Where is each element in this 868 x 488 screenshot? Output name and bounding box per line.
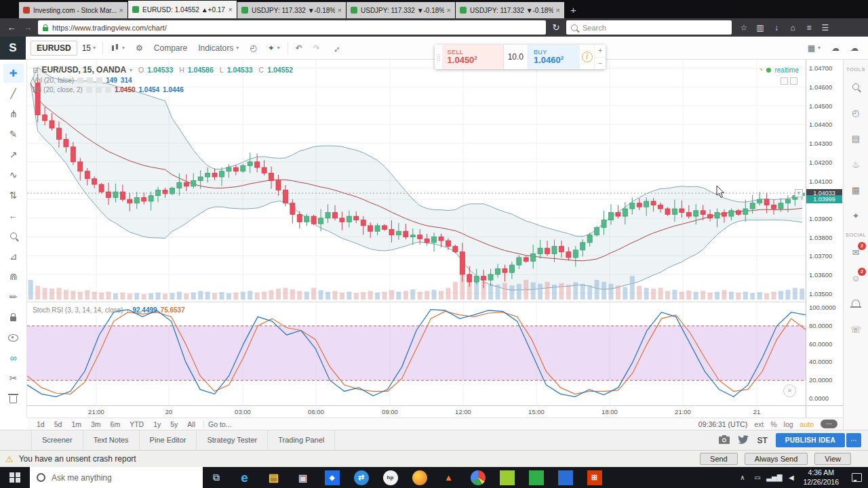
main-chart-pane[interactable]: ⊟ EUR/USD, 15, OANDA ▾ O 1.04533 H 1.045…	[27, 60, 806, 302]
taskbar-app-chrome[interactable]	[463, 467, 492, 488]
forward-button[interactable]: →	[22, 22, 34, 33]
economic-calendar-button[interactable]: ▦	[847, 181, 865, 199]
cloud-save-button[interactable]: ☁	[826, 37, 845, 60]
taskbar-app-edge[interactable]: e	[230, 467, 259, 488]
more-options-button[interactable]: ⋯	[821, 420, 837, 428]
range-6m-button[interactable]: 6m	[106, 420, 125, 428]
view-button[interactable]: View	[814, 453, 851, 465]
taskbar-app-app-lime[interactable]	[492, 467, 521, 488]
browser-tab[interactable]: USDJPY: 117.332 ▼-0.18%...×	[456, 2, 564, 18]
private-chats-button[interactable]: ✉2	[847, 243, 865, 261]
network-icon[interactable]: ▃▅▇	[766, 474, 782, 481]
percent-toggle[interactable]: %	[770, 420, 776, 428]
footer-tab-strategy-tester[interactable]: Strategy Tester	[197, 430, 268, 450]
layout-button[interactable]: ▦ ▾	[802, 37, 826, 60]
range-3m-button[interactable]: 3m	[87, 420, 105, 428]
footer-tab-pine-editor[interactable]: Pine Editor	[140, 430, 197, 450]
support-button[interactable]: ☏	[847, 321, 865, 338]
tray-expand-icon[interactable]: ∧	[736, 474, 748, 481]
action-center-button[interactable]	[845, 467, 868, 488]
indicator-eye-button[interactable]	[77, 77, 83, 83]
publish-idea-button[interactable]: PUBLISH IDEA	[776, 433, 845, 447]
browser-tab[interactable]: USDJPY: 117.332 ▼-0.18%...×	[347, 2, 455, 18]
browser-search-bar[interactable]: Search	[566, 20, 732, 35]
bookmark-star-button[interactable]: ☆	[737, 23, 751, 33]
home-button[interactable]: ⌂	[786, 23, 800, 33]
hide-drawings-tool[interactable]	[3, 328, 24, 347]
log-toggle[interactable]: log	[784, 420, 793, 428]
library-button[interactable]: ▥	[753, 23, 767, 33]
range-1d-button[interactable]: 1d	[33, 420, 49, 428]
chart-settings-button[interactable]: ⚙	[130, 37, 149, 60]
taskbar-app-firefox[interactable]	[405, 467, 434, 488]
indicator-eye-button[interactable]	[86, 87, 92, 93]
auto-toggle[interactable]: auto	[800, 420, 814, 428]
cortana-search-box[interactable]: Ask me anything	[30, 467, 203, 488]
task-view-button[interactable]: ⧉	[203, 467, 230, 488]
tab-close-button[interactable]: ×	[338, 6, 342, 14]
stoch-rsi-pane[interactable]: Stoch RSI (3, 3, 14, 14, close) ▾ 92.449…	[27, 302, 806, 405]
trash-tool[interactable]	[3, 389, 24, 408]
public-chats-button[interactable]: ☺2	[847, 269, 865, 287]
stepper-plus-button[interactable]: +	[595, 45, 606, 58]
taskbar-app-app-orange[interactable]: ⊞	[580, 467, 609, 488]
hotlists-button[interactable]: ♨	[847, 155, 865, 173]
tab-close-button[interactable]: ×	[119, 6, 123, 14]
collapse-legend-icon[interactable]: ⊟	[33, 66, 38, 74]
drag-handle[interactable]: ⣿	[435, 45, 442, 69]
snapshot-camera-button[interactable]	[719, 434, 730, 447]
taskbar-app-hp[interactable]: hp	[376, 467, 405, 488]
cloud-load-button[interactable]: ☁	[845, 37, 864, 60]
zoom-in-tool[interactable]	[3, 226, 24, 245]
browser-tab[interactable]: Investing.com - Stock Mar...×	[19, 2, 127, 18]
ideas-button[interactable]: ✦ ▾	[262, 37, 285, 60]
taskbar-app-app-blue2[interactable]	[551, 467, 580, 488]
send-button[interactable]: Send	[700, 453, 738, 465]
redo-button[interactable]: ↷	[308, 37, 326, 60]
collapse-pane-button[interactable]: »	[783, 384, 796, 397]
footer-tab-screener[interactable]: Screener	[31, 430, 83, 450]
downloads-button[interactable]: ↓	[770, 23, 783, 33]
taskbar-app-file-explorer[interactable]: ▤	[259, 467, 288, 488]
stocktwits-toggle[interactable]: ST	[757, 436, 767, 445]
back-button[interactable]: ←	[5, 22, 18, 33]
price-chart[interactable]	[27, 60, 806, 302]
indicator-settings-button[interactable]	[96, 87, 102, 93]
delayed-clock-icon[interactable]: ◔	[758, 65, 763, 75]
alerts-button[interactable]: ◴	[847, 104, 865, 121]
indicators-button[interactable]: Indicators ▾	[193, 37, 244, 60]
start-button[interactable]	[0, 467, 30, 488]
indicator-settings-button[interactable]	[87, 77, 93, 83]
news-button[interactable]: ▤	[847, 129, 865, 147]
magnet-tool[interactable]: ⋒	[3, 267, 24, 286]
ext-toggle[interactable]: ext	[754, 420, 764, 428]
always-send-button[interactable]: Always Send	[745, 453, 808, 465]
reload-button[interactable]: ↻	[550, 22, 562, 33]
utc-clock[interactable]: 09:36:31 (UTC)	[698, 420, 747, 428]
sell-button[interactable]: SELL 1.04502	[442, 45, 503, 69]
indicator-close-button[interactable]	[105, 87, 111, 93]
annotation-arrow-tool[interactable]: ←	[3, 206, 24, 225]
interval-button[interactable]: 15 ▾	[77, 43, 100, 53]
stoch-rsi-chart[interactable]	[27, 302, 806, 405]
footer-tab-text-notes[interactable]: Text Notes	[83, 430, 140, 450]
screener-rail-button[interactable]	[847, 78, 865, 96]
chevron-down-icon[interactable]: ▾	[130, 67, 132, 73]
logo-s[interactable]: S	[0, 37, 26, 60]
time-axis[interactable]: 21:002003:0006:0009:0012:0015:0018:0021:…	[27, 405, 806, 418]
notifications-button[interactable]	[847, 295, 865, 312]
undo-button[interactable]: ↶	[290, 37, 308, 60]
url-bar[interactable]: https://www.tradingview.com/chart/	[38, 20, 546, 35]
goto-button[interactable]: Go to...	[208, 420, 231, 428]
arrow-marker-tool[interactable]: ↗	[3, 145, 24, 164]
browser-tab[interactable]: USDJPY: 117.332 ▼-0.18%...×	[237, 2, 346, 18]
battery-icon[interactable]: ▭	[751, 474, 763, 481]
remove-drawings-tool[interactable]: ✂	[3, 369, 24, 388]
pane-maximize-button[interactable]	[781, 77, 788, 85]
price-axis[interactable]: 1.04033 1.03999 1.047001.046001.045001.0…	[806, 60, 843, 302]
sidebar-menu-button[interactable]: ≡	[802, 23, 816, 33]
pitchfork-tool[interactable]: ⋔	[3, 104, 24, 123]
quantity-field[interactable]: 10.0	[503, 45, 528, 69]
fullscreen-button[interactable]: ↔	[326, 37, 346, 60]
hamburger-menu-button[interactable]: ☰	[818, 23, 832, 33]
